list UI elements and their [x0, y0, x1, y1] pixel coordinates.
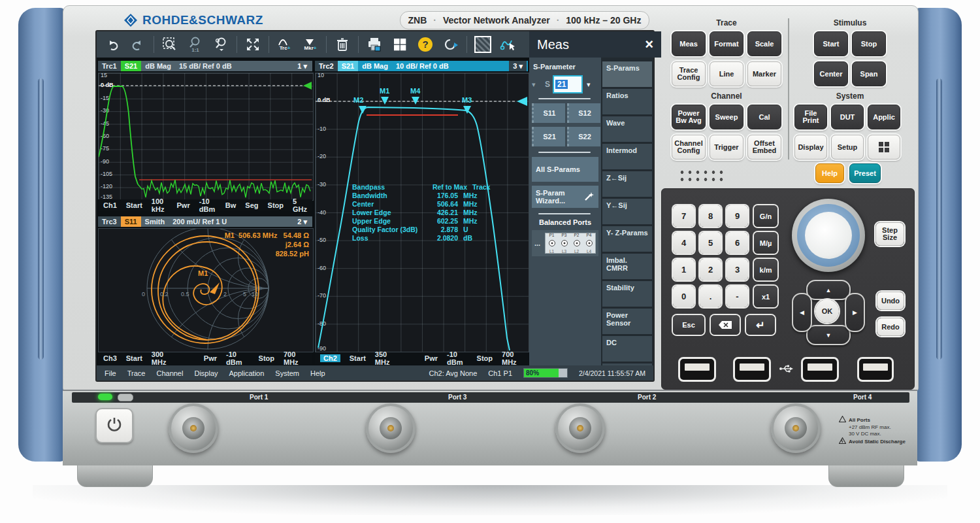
chevron-down-icon[interactable]: ▾	[532, 80, 545, 89]
trc2-param-chip[interactable]: S21	[338, 61, 359, 71]
trigger-key[interactable]: Trigger	[710, 135, 743, 160]
cal-key[interactable]: Cal	[747, 105, 781, 129]
menu-display[interactable]: Display	[194, 369, 218, 377]
help-key[interactable]: Help	[815, 163, 844, 183]
trc1-param-chip[interactable]: S21	[121, 61, 142, 71]
ch2-label[interactable]: Ch2	[320, 354, 340, 362]
trc2-window-select[interactable]: 3 ▾	[509, 61, 527, 71]
power-button[interactable]	[95, 408, 133, 443]
offset-embed-key[interactable]: Offset Embed	[747, 135, 781, 160]
zoom-settings-icon[interactable]	[209, 33, 233, 56]
key-gn[interactable]: G/n	[754, 205, 777, 227]
add-trace-icon[interactable]: Trc+	[273, 33, 297, 56]
zoom-1to1-icon[interactable]: 1:1	[184, 33, 207, 56]
key-km[interactable]: k/m	[754, 259, 777, 280]
tab-dc[interactable]: DC	[602, 336, 652, 362]
redo-key[interactable]: Redo	[877, 318, 904, 336]
trc1-name[interactable]: Trc1	[98, 61, 121, 71]
port4-connector[interactable]	[771, 403, 821, 453]
s-parameter-dropdown[interactable]: ▾ S 21 ▾	[532, 75, 598, 94]
help-icon[interactable]: ?	[414, 33, 437, 56]
esc-key[interactable]: Esc	[673, 315, 704, 335]
print-icon[interactable]	[363, 33, 386, 56]
tab-ratios[interactable]: Ratios	[602, 89, 652, 114]
arrow-right-key[interactable]: ▶	[845, 293, 865, 332]
trc3-plot[interactable]: 0 0.2 0.5 2 5 10 M1 M1 506.63 MHz 54.48 …	[98, 228, 314, 352]
trc3-window-select[interactable]: 2 ▾	[293, 216, 311, 227]
key-3[interactable]: 3	[727, 259, 748, 280]
arrow-left-key[interactable]: ◀	[792, 293, 812, 332]
touchscreen[interactable]: 1:1 Trc+ Mkr+ ? Trc1 S21 dB Mag 15 dB/ R…	[95, 30, 655, 382]
line-key[interactable]: Line	[710, 61, 743, 86]
key-mmicro[interactable]: M/µ	[754, 232, 777, 254]
trc1-window-select[interactable]: 1 ▾	[293, 61, 311, 71]
channel-config-key[interactable]: Channel Config	[672, 135, 706, 160]
key-2[interactable]: 2	[700, 259, 721, 280]
s-param-value-field[interactable]: 21	[553, 75, 583, 93]
fullscreen-icon[interactable]	[241, 33, 265, 56]
trc1-header[interactable]: Trc1 S21 dB Mag 15 dB/ Ref 0 dB	[98, 61, 312, 71]
s12-button[interactable]: S12	[567, 103, 600, 123]
menu-channel[interactable]: Channel	[156, 369, 183, 377]
port2-connector[interactable]	[555, 403, 605, 453]
menu-help[interactable]: Help	[310, 369, 325, 377]
menu-file[interactable]: File	[105, 369, 116, 377]
chevron-down-icon[interactable]: ▾	[587, 80, 591, 89]
windows-key[interactable]	[868, 135, 900, 160]
balanced-ports-button[interactable]: ... P1L1 P3L3 P2L2 P4L4	[532, 230, 598, 256]
scale-key[interactable]: Scale	[747, 31, 781, 56]
tab-wave[interactable]: Wave	[602, 116, 652, 142]
tab-s-params[interactable]: S-Params	[602, 61, 652, 87]
zoom-select-icon[interactable]	[158, 33, 182, 56]
tab-intermod[interactable]: Intermod	[602, 144, 652, 169]
key-8[interactable]: 8	[700, 205, 721, 227]
usb-port-2[interactable]	[733, 357, 771, 382]
usb-port-3[interactable]	[801, 357, 839, 382]
touch-gestures-icon[interactable]	[497, 33, 520, 56]
key-dot[interactable]: .	[700, 286, 721, 307]
trc2-header[interactable]: Trc2 S21 dB Mag 10 dB/ Ref 0 dB	[315, 61, 528, 71]
trc3-header[interactable]: Trc3 S11 Smith 200 mU/ Ref 1 U	[98, 216, 312, 227]
arrow-up-key[interactable]: ▲	[806, 280, 851, 300]
setup-key[interactable]: Setup	[831, 135, 864, 160]
tab-power-sensor[interactable]: Power Sensor	[602, 309, 652, 334]
display-off-icon[interactable]	[471, 33, 495, 56]
s11-button[interactable]: S11	[532, 103, 565, 123]
menu-trace[interactable]: Trace	[127, 369, 146, 377]
tab-z-sij[interactable]: Z←Sij	[602, 171, 652, 197]
start-key[interactable]: Start	[814, 31, 848, 56]
enter-key[interactable]: ↵	[746, 315, 775, 335]
applic-key[interactable]: Applic	[868, 105, 900, 129]
key-1[interactable]: 1	[673, 259, 694, 280]
backspace-key[interactable]	[711, 315, 740, 335]
refresh-icon[interactable]	[439, 33, 463, 56]
all-sparams-button[interactable]: All S-Params	[532, 157, 598, 182]
redo-icon[interactable]	[126, 33, 150, 56]
tab-y-sij[interactable]: Y←Sij	[602, 199, 652, 224]
stop-key[interactable]: Stop	[852, 31, 886, 56]
display-key[interactable]: Display	[794, 135, 827, 160]
key-4[interactable]: 4	[673, 232, 694, 254]
key-0[interactable]: 0	[673, 286, 694, 307]
trc2-name[interactable]: Trc2	[315, 61, 338, 71]
menu-system[interactable]: System	[275, 369, 299, 377]
add-marker-icon[interactable]: Mkr+	[299, 33, 322, 56]
port1-connector[interactable]	[169, 403, 218, 453]
power-bw-avg-key[interactable]: Power Bw Avg	[672, 105, 706, 129]
file-print-key[interactable]: File Print	[794, 105, 827, 129]
key-x1[interactable]: x1	[754, 286, 777, 307]
trc2-plot[interactable]: 10 0 dB -10 -20 -30 -40 -50 -60 -70 -80 …	[315, 73, 529, 352]
key-minus[interactable]: -	[727, 286, 748, 307]
tab-stability[interactable]: Stability	[602, 281, 652, 307]
dut-key[interactable]: DUT	[831, 105, 864, 129]
key-5[interactable]: 5	[700, 232, 721, 254]
s21-button[interactable]: S21	[532, 127, 565, 146]
tab-yz-params[interactable]: Y- Z-Params	[602, 226, 652, 252]
rotary-knob[interactable]	[792, 199, 865, 272]
preset-key[interactable]: Preset	[849, 163, 881, 183]
sparam-wizard-button[interactable]: S-Param Wizard...	[532, 186, 598, 208]
key-6[interactable]: 6	[727, 232, 748, 254]
undo-key[interactable]: Undo	[877, 292, 904, 310]
key-7[interactable]: 7	[673, 205, 694, 227]
center-key[interactable]: Center	[814, 61, 848, 86]
